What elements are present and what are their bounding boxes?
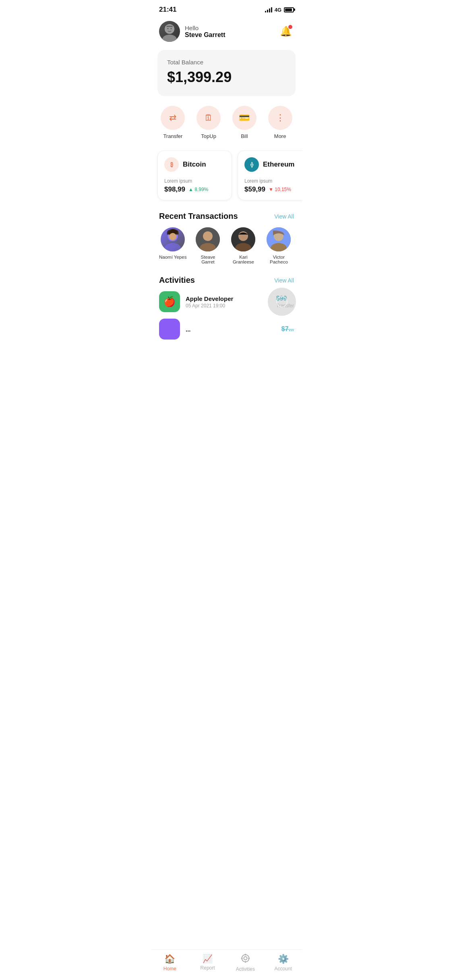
- ethereum-price: $59,99: [244, 185, 265, 194]
- greeting-hello: Hello: [185, 25, 225, 31]
- second-activity-name: ...: [186, 326, 191, 333]
- bitcoin-price: $98,99: [164, 185, 185, 194]
- bitcoin-desc: Lorem ipsum: [164, 178, 225, 184]
- apple-activity-date: 05 Apr 2021 19:00: [186, 303, 233, 309]
- ethereum-change: ▼ 10,15%: [269, 187, 291, 192]
- crypto-header-bitcoin: ₿ Bitcoin: [164, 157, 225, 172]
- activities-view-all[interactable]: View All: [274, 277, 294, 284]
- signal-icon: [265, 7, 272, 12]
- activity-right-second: $7...: [281, 325, 294, 333]
- greeting-name: Steve Garrett: [185, 31, 225, 39]
- activity-info-second: ...: [186, 326, 191, 333]
- contact-avatar-victor: [267, 227, 291, 251]
- ethereum-desc: Lorem ipsum: [244, 178, 302, 184]
- notification-button[interactable]: 🔔: [278, 23, 294, 39]
- svg-point-1: [162, 35, 177, 42]
- transfer-circle: ⇄: [161, 106, 185, 130]
- apple-activity-icon: 🍎: [159, 291, 180, 312]
- avatar[interactable]: [159, 21, 180, 42]
- bill-label: Bill: [241, 133, 248, 139]
- activity-left-second: ...: [159, 319, 191, 340]
- status-icons: 4G: [265, 7, 294, 13]
- svg-rect-5: [166, 26, 173, 27]
- activity-apple[interactable]: 🍎 Apple Developer 05 Apr 2021 19:00 $99 …: [159, 291, 294, 312]
- bitcoin-price-row: $98,99 ▲ 8,99%: [164, 185, 225, 194]
- contact-victor[interactable]: Victor Pacheco: [265, 227, 293, 264]
- transactions-title: Recent Transactions: [159, 212, 238, 221]
- bitcoin-name: Bitcoin: [183, 161, 206, 169]
- balance-amount: $1,399.29: [167, 69, 286, 86]
- status-time: 21:41: [159, 6, 176, 14]
- quick-actions: ⇄ Transfer 🗓 TopUp 💳 Bill ⋮ More: [151, 106, 302, 150]
- contact-avatar-naomi: [161, 227, 185, 251]
- svg-point-4: [171, 28, 172, 29]
- contact-name-naomi: Naomí Yepes: [159, 255, 186, 259]
- action-transfer[interactable]: ⇄ Transfer: [161, 106, 185, 139]
- circle-overlay: [268, 288, 296, 316]
- header: Hello Steve Garrett 🔔: [151, 17, 302, 50]
- svg-point-7: [165, 243, 181, 251]
- ethereum-price-row: $59,99 ▼ 10,15%: [244, 185, 302, 194]
- network-label: 4G: [275, 7, 281, 13]
- activity-left-apple: 🍎 Apple Developer 05 Apr 2021 19:00: [159, 291, 233, 312]
- ethereum-icon: ⟠: [244, 157, 259, 172]
- battery-icon: [284, 7, 294, 12]
- balance-label: Total Balance: [167, 59, 286, 66]
- transactions-view-all[interactable]: View All: [274, 213, 294, 220]
- contact-steave[interactable]: Steave Garret: [194, 227, 222, 264]
- crypto-header-ethereum: ⟠ Ethereum: [244, 157, 302, 172]
- action-bill[interactable]: 💳 Bill: [232, 106, 256, 139]
- apple-activity-name: Apple Developer: [186, 295, 233, 302]
- user-greeting: Hello Steve Garrett: [185, 25, 225, 39]
- crypto-section: ₿ Bitcoin Lorem ipsum $98,99 ▲ 8,99% ⟠ E…: [151, 150, 302, 212]
- second-activity-amount: $7...: [281, 325, 294, 333]
- contact-name-steave: Steave Garret: [194, 255, 222, 264]
- second-activity-icon: [159, 319, 180, 340]
- svg-point-11: [171, 229, 175, 233]
- transactions-section-header: Recent Transactions View All: [151, 212, 302, 227]
- activity-info-apple: Apple Developer 05 Apr 2021 19:00: [186, 295, 233, 309]
- activity-second[interactable]: ... $7...: [159, 319, 294, 340]
- action-more[interactable]: ⋮ More: [268, 106, 292, 139]
- svg-point-3: [168, 28, 169, 29]
- bill-icon: 💳: [239, 113, 250, 123]
- status-bar: 21:41 4G: [151, 0, 302, 17]
- bitcoin-change: ▲ 8,99%: [188, 187, 208, 192]
- contact-name-victor: Victor Pacheco: [265, 255, 293, 264]
- notification-dot: [288, 25, 292, 29]
- contact-avatar-kari: [231, 227, 255, 251]
- crypto-card-bitcoin[interactable]: ₿ Bitcoin Lorem ipsum $98,99 ▲ 8,99%: [157, 150, 232, 200]
- svg-point-14: [203, 231, 213, 241]
- transfer-label: Transfer: [163, 133, 182, 139]
- svg-point-12: [169, 233, 176, 240]
- user-info: Hello Steve Garrett: [159, 21, 225, 42]
- ethereum-name: Ethereum: [263, 161, 294, 169]
- contact-kari[interactable]: Kari Granleese: [229, 227, 257, 264]
- more-circle: ⋮: [268, 106, 292, 130]
- more-label: More: [274, 133, 286, 139]
- topup-circle: 🗓: [197, 106, 221, 130]
- bill-circle: 💳: [232, 106, 256, 130]
- crypto-card-ethereum[interactable]: ⟠ Ethereum Lorem ipsum $59,99 ▼ 10,15%: [238, 150, 302, 200]
- contact-name-kari: Kari Granleese: [229, 255, 257, 264]
- transfer-icon: ⇄: [169, 113, 176, 123]
- activities-title: Activities: [159, 276, 195, 285]
- contact-avatar-steave: [196, 227, 220, 251]
- action-topup[interactable]: 🗓 TopUp: [197, 106, 221, 139]
- balance-card: Total Balance $1,399.29: [157, 50, 296, 96]
- contact-naomi[interactable]: Naomí Yepes: [159, 227, 186, 264]
- topup-icon: 🗓: [204, 113, 213, 123]
- topup-label: TopUp: [201, 133, 216, 139]
- contacts-row: Naomí Yepes Steave Garret Kari Granleese: [151, 227, 302, 276]
- activities-list: 🍎 Apple Developer 05 Apr 2021 19:00 $99 …: [151, 291, 302, 340]
- circle-inner: [276, 296, 288, 307]
- bitcoin-icon: ₿: [164, 157, 179, 172]
- more-icon: ⋮: [276, 113, 285, 123]
